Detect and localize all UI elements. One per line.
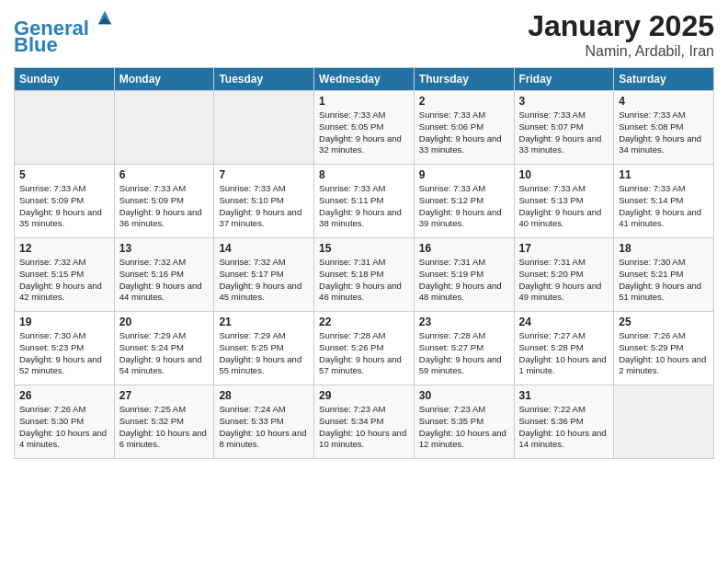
cell-info: Sunrise: 7:29 AM Sunset: 5:24 PM Dayligh… xyxy=(119,330,210,377)
day-number: 19 xyxy=(19,316,109,328)
calendar-cell: 4Sunrise: 7:33 AM Sunset: 5:08 PM Daylig… xyxy=(614,91,714,165)
cell-info: Sunrise: 7:33 AM Sunset: 5:08 PM Dayligh… xyxy=(619,109,709,156)
calendar-cell: 23Sunrise: 7:28 AM Sunset: 5:27 PM Dayli… xyxy=(414,312,514,385)
title-block: January 2025 Namin, Ardabil, Iran xyxy=(528,9,714,60)
day-number: 7 xyxy=(219,168,309,181)
weekday-header-saturday: Saturday xyxy=(614,68,714,91)
week-row-3: 12Sunrise: 7:32 AM Sunset: 5:15 PM Dayli… xyxy=(15,238,714,312)
day-number: 17 xyxy=(519,242,609,255)
day-number: 23 xyxy=(419,316,509,328)
calendar-cell xyxy=(614,385,714,459)
calendar-cell: 20Sunrise: 7:29 AM Sunset: 5:24 PM Dayli… xyxy=(114,312,214,385)
calendar-cell: 26Sunrise: 7:26 AM Sunset: 5:30 PM Dayli… xyxy=(15,385,115,459)
day-number: 29 xyxy=(319,389,409,402)
cell-info: Sunrise: 7:33 AM Sunset: 5:13 PM Dayligh… xyxy=(519,183,609,230)
header: General Blue January 2025 Namin, Ardabil… xyxy=(14,9,714,60)
day-number: 26 xyxy=(19,389,109,402)
calendar-cell: 24Sunrise: 7:27 AM Sunset: 5:28 PM Dayli… xyxy=(514,312,614,385)
weekday-header-thursday: Thursday xyxy=(414,68,514,91)
week-row-4: 19Sunrise: 7:30 AM Sunset: 5:23 PM Dayli… xyxy=(15,312,714,385)
day-number: 2 xyxy=(419,95,509,108)
calendar-cell: 17Sunrise: 7:31 AM Sunset: 5:20 PM Dayli… xyxy=(514,238,614,312)
calendar-cell: 27Sunrise: 7:25 AM Sunset: 5:32 PM Dayli… xyxy=(114,385,214,459)
day-number: 25 xyxy=(619,316,709,328)
cell-info: Sunrise: 7:33 AM Sunset: 5:07 PM Dayligh… xyxy=(519,109,609,156)
page-container: General Blue January 2025 Namin, Ardabil… xyxy=(0,0,728,468)
day-number: 14 xyxy=(219,242,309,255)
calendar-cell: 7Sunrise: 7:33 AM Sunset: 5:10 PM Daylig… xyxy=(214,165,314,238)
day-number: 16 xyxy=(419,242,509,255)
day-number: 4 xyxy=(619,95,709,108)
calendar-cell: 14Sunrise: 7:32 AM Sunset: 5:17 PM Dayli… xyxy=(214,238,314,312)
calendar-cell: 11Sunrise: 7:33 AM Sunset: 5:14 PM Dayli… xyxy=(614,165,714,238)
day-number: 13 xyxy=(119,242,210,255)
cell-info: Sunrise: 7:33 AM Sunset: 5:06 PM Dayligh… xyxy=(419,109,509,156)
cell-info: Sunrise: 7:32 AM Sunset: 5:15 PM Dayligh… xyxy=(19,257,109,304)
calendar-cell: 28Sunrise: 7:24 AM Sunset: 5:33 PM Dayli… xyxy=(214,385,314,459)
day-number: 8 xyxy=(319,168,409,181)
day-number: 28 xyxy=(219,389,309,402)
calendar-cell: 21Sunrise: 7:29 AM Sunset: 5:25 PM Dayli… xyxy=(214,312,314,385)
day-number: 3 xyxy=(519,95,609,108)
cell-info: Sunrise: 7:32 AM Sunset: 5:16 PM Dayligh… xyxy=(119,257,210,304)
month-title: January 2025 xyxy=(528,9,714,43)
calendar-cell: 9Sunrise: 7:33 AM Sunset: 5:12 PM Daylig… xyxy=(414,165,514,238)
calendar-cell: 22Sunrise: 7:28 AM Sunset: 5:26 PM Dayli… xyxy=(314,312,415,385)
cell-info: Sunrise: 7:26 AM Sunset: 5:30 PM Dayligh… xyxy=(19,404,109,451)
header-row: SundayMondayTuesdayWednesdayThursdayFrid… xyxy=(15,68,714,91)
week-row-5: 26Sunrise: 7:26 AM Sunset: 5:30 PM Dayli… xyxy=(15,385,714,459)
calendar-cell: 30Sunrise: 7:23 AM Sunset: 5:35 PM Dayli… xyxy=(414,385,514,459)
calendar-cell: 19Sunrise: 7:30 AM Sunset: 5:23 PM Dayli… xyxy=(15,312,115,385)
week-row-2: 5Sunrise: 7:33 AM Sunset: 5:09 PM Daylig… xyxy=(15,165,714,238)
calendar-cell: 12Sunrise: 7:32 AM Sunset: 5:15 PM Dayli… xyxy=(15,238,115,312)
weekday-header-sunday: Sunday xyxy=(15,68,115,91)
cell-info: Sunrise: 7:32 AM Sunset: 5:17 PM Dayligh… xyxy=(219,257,309,304)
cell-info: Sunrise: 7:30 AM Sunset: 5:23 PM Dayligh… xyxy=(19,330,109,377)
day-number: 9 xyxy=(419,168,509,181)
location-title: Namin, Ardabil, Iran xyxy=(528,43,714,60)
calendar-cell: 10Sunrise: 7:33 AM Sunset: 5:13 PM Dayli… xyxy=(514,165,614,238)
calendar-cell: 25Sunrise: 7:26 AM Sunset: 5:29 PM Dayli… xyxy=(614,312,714,385)
day-number: 6 xyxy=(119,168,210,181)
cell-info: Sunrise: 7:30 AM Sunset: 5:21 PM Dayligh… xyxy=(619,257,709,304)
cell-info: Sunrise: 7:33 AM Sunset: 5:09 PM Dayligh… xyxy=(19,183,109,230)
cell-info: Sunrise: 7:33 AM Sunset: 5:12 PM Dayligh… xyxy=(419,183,509,230)
calendar-cell xyxy=(15,91,115,165)
cell-info: Sunrise: 7:33 AM Sunset: 5:05 PM Dayligh… xyxy=(319,109,409,156)
calendar-cell: 15Sunrise: 7:31 AM Sunset: 5:18 PM Dayli… xyxy=(314,238,415,312)
day-number: 5 xyxy=(19,168,109,181)
calendar-cell: 1Sunrise: 7:33 AM Sunset: 5:05 PM Daylig… xyxy=(314,91,415,165)
calendar-cell: 16Sunrise: 7:31 AM Sunset: 5:19 PM Dayli… xyxy=(414,238,514,312)
cell-info: Sunrise: 7:29 AM Sunset: 5:25 PM Dayligh… xyxy=(219,330,309,377)
cell-info: Sunrise: 7:33 AM Sunset: 5:11 PM Dayligh… xyxy=(319,183,409,230)
cell-info: Sunrise: 7:33 AM Sunset: 5:10 PM Dayligh… xyxy=(219,183,309,230)
day-number: 18 xyxy=(619,242,709,255)
weekday-header-friday: Friday xyxy=(514,68,614,91)
logo: General Blue xyxy=(14,9,113,57)
day-number: 27 xyxy=(119,389,210,402)
cell-info: Sunrise: 7:31 AM Sunset: 5:18 PM Dayligh… xyxy=(319,257,409,304)
cell-info: Sunrise: 7:24 AM Sunset: 5:33 PM Dayligh… xyxy=(219,404,309,451)
day-number: 10 xyxy=(519,168,609,181)
calendar-cell: 3Sunrise: 7:33 AM Sunset: 5:07 PM Daylig… xyxy=(514,91,614,165)
weekday-header-monday: Monday xyxy=(114,68,214,91)
cell-info: Sunrise: 7:22 AM Sunset: 5:36 PM Dayligh… xyxy=(519,404,609,451)
cell-info: Sunrise: 7:31 AM Sunset: 5:19 PM Dayligh… xyxy=(419,257,509,304)
cell-info: Sunrise: 7:26 AM Sunset: 5:29 PM Dayligh… xyxy=(619,330,709,377)
day-number: 1 xyxy=(319,95,409,108)
cell-info: Sunrise: 7:23 AM Sunset: 5:35 PM Dayligh… xyxy=(419,404,509,451)
calendar-cell: 6Sunrise: 7:33 AM Sunset: 5:09 PM Daylig… xyxy=(114,165,214,238)
calendar-cell: 5Sunrise: 7:33 AM Sunset: 5:09 PM Daylig… xyxy=(15,165,115,238)
cell-info: Sunrise: 7:27 AM Sunset: 5:28 PM Dayligh… xyxy=(519,330,609,377)
weekday-header-tuesday: Tuesday xyxy=(214,68,314,91)
week-row-1: 1Sunrise: 7:33 AM Sunset: 5:05 PM Daylig… xyxy=(15,91,714,165)
day-number: 20 xyxy=(119,316,210,328)
cell-info: Sunrise: 7:23 AM Sunset: 5:34 PM Dayligh… xyxy=(319,404,409,451)
calendar-cell xyxy=(214,91,314,165)
day-number: 30 xyxy=(419,389,509,402)
calendar-cell: 13Sunrise: 7:32 AM Sunset: 5:16 PM Dayli… xyxy=(114,238,214,312)
calendar-table: SundayMondayTuesdayWednesdayThursdayFrid… xyxy=(14,67,714,459)
day-number: 12 xyxy=(19,242,109,255)
cell-info: Sunrise: 7:33 AM Sunset: 5:09 PM Dayligh… xyxy=(119,183,210,230)
day-number: 22 xyxy=(319,316,409,328)
